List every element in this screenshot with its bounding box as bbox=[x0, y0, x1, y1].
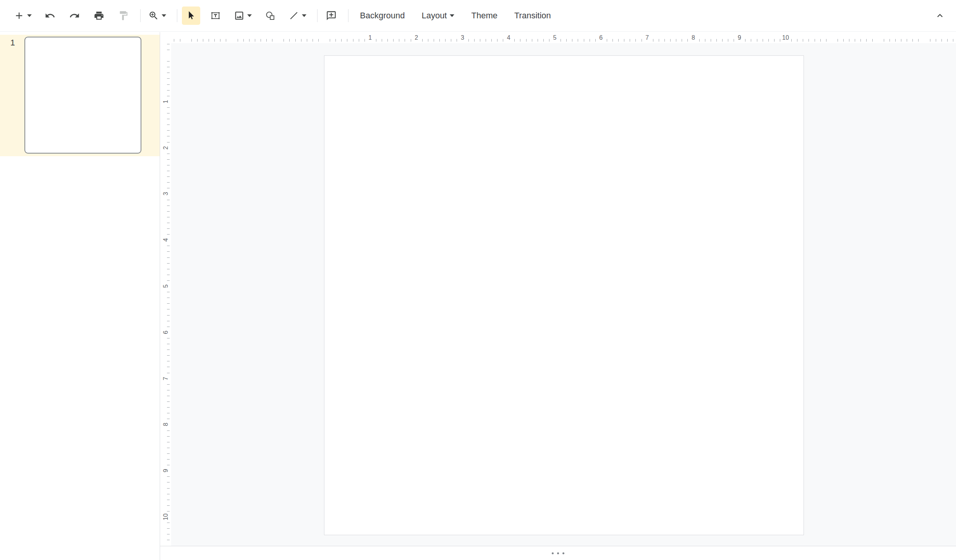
ruler-tick bbox=[607, 39, 607, 42]
ruler-tick bbox=[411, 39, 411, 42]
ruler-tick bbox=[167, 90, 170, 91]
add-comment-button[interactable] bbox=[322, 6, 340, 25]
ruler-tick bbox=[526, 39, 527, 42]
ruler-tick bbox=[167, 465, 170, 465]
ruler-tick bbox=[630, 39, 630, 42]
ruler-tick bbox=[167, 540, 170, 540]
ruler-tick bbox=[167, 292, 170, 292]
ruler-tick bbox=[572, 39, 572, 42]
ruler-number: 5 bbox=[162, 285, 169, 288]
paint-format-button[interactable] bbox=[114, 6, 133, 25]
ruler-tick bbox=[214, 39, 215, 42]
ruler-tick bbox=[635, 39, 636, 42]
ruler-tick bbox=[676, 39, 676, 42]
ruler-tick bbox=[768, 39, 769, 42]
slide-thumbnail[interactable] bbox=[24, 37, 141, 154]
print-button[interactable] bbox=[90, 6, 108, 25]
ruler-tick bbox=[664, 39, 665, 42]
ruler-tick bbox=[284, 39, 284, 42]
ruler-tick bbox=[167, 298, 170, 298]
notes-divider-bar bbox=[160, 546, 956, 560]
ruler-tick bbox=[167, 228, 170, 229]
ruler-number: 8 bbox=[162, 423, 169, 426]
ruler-tick bbox=[167, 494, 170, 494]
ruler-tick bbox=[774, 39, 775, 42]
ruler-tick bbox=[197, 39, 198, 42]
insert-line-button[interactable] bbox=[285, 6, 309, 25]
chevron-down-icon bbox=[450, 14, 454, 17]
insert-shape-button[interactable] bbox=[261, 6, 279, 25]
add-comment-icon bbox=[326, 10, 337, 21]
select-tool-button[interactable] bbox=[182, 6, 200, 25]
ruler-tick bbox=[757, 39, 757, 42]
redo-button[interactable] bbox=[65, 6, 84, 25]
ruler-tick bbox=[543, 39, 544, 42]
dot-icon bbox=[552, 552, 554, 554]
new-slide-button[interactable] bbox=[11, 6, 35, 25]
ruler-tick bbox=[439, 39, 440, 42]
ruler-tick bbox=[699, 39, 700, 42]
ruler-tick bbox=[167, 257, 170, 258]
ruler-tick bbox=[855, 39, 855, 42]
undo-button[interactable] bbox=[41, 6, 59, 25]
ruler-number: 10 bbox=[782, 34, 789, 41]
ruler-tick bbox=[815, 39, 815, 42]
ruler-number: 4 bbox=[162, 238, 169, 242]
ruler-tick bbox=[238, 39, 238, 42]
ruler-tick bbox=[763, 39, 763, 42]
theme-button[interactable]: Theme bbox=[464, 6, 504, 25]
transition-button[interactable]: Transition bbox=[507, 6, 558, 25]
ruler-tick bbox=[566, 39, 567, 42]
ruler-tick bbox=[167, 67, 170, 67]
ruler-tick bbox=[751, 39, 751, 42]
zoom-button[interactable] bbox=[145, 6, 169, 25]
ruler-tick bbox=[167, 73, 170, 73]
ruler-tick bbox=[261, 39, 261, 42]
text-box-button[interactable] bbox=[206, 6, 225, 25]
ruler-corner bbox=[160, 32, 171, 43]
print-icon bbox=[94, 10, 104, 21]
dot-icon bbox=[557, 552, 559, 554]
ruler-tick bbox=[595, 39, 596, 42]
ruler-tick bbox=[838, 39, 838, 42]
slide-canvas[interactable] bbox=[324, 55, 804, 535]
undo-icon bbox=[45, 10, 55, 21]
ruler-tick bbox=[167, 505, 170, 506]
ruler-tick bbox=[167, 390, 170, 390]
ruler-tick bbox=[890, 39, 890, 42]
ruler-tick bbox=[167, 384, 170, 385]
ruler-tick bbox=[687, 39, 688, 42]
ruler-tick bbox=[318, 39, 319, 42]
background-button[interactable]: Background bbox=[353, 6, 412, 25]
slide-number: 1 bbox=[10, 38, 15, 48]
chevron-down-icon bbox=[27, 14, 32, 17]
ruler-tick bbox=[167, 338, 170, 338]
ruler-tick bbox=[549, 39, 549, 42]
paint-format-icon bbox=[118, 10, 129, 21]
ruler-tick bbox=[578, 39, 578, 42]
ruler-tick bbox=[209, 39, 209, 42]
ruler-tick bbox=[590, 39, 590, 42]
ruler-tick bbox=[428, 39, 428, 42]
ruler-number: 3 bbox=[461, 34, 464, 41]
ruler-tick bbox=[167, 419, 170, 419]
ruler-tick bbox=[445, 39, 446, 42]
ruler-tick bbox=[884, 39, 884, 42]
ruler-tick bbox=[167, 125, 170, 125]
slide-thumbnail-row[interactable]: 1 bbox=[0, 35, 160, 156]
ruler-tick bbox=[167, 78, 170, 79]
ruler-tick bbox=[167, 523, 170, 523]
insert-image-button[interactable] bbox=[231, 6, 255, 25]
toolbar-separator bbox=[348, 9, 348, 22]
ruler-tick bbox=[167, 61, 170, 62]
ruler-tick bbox=[167, 528, 170, 529]
notes-resize-handle[interactable] bbox=[546, 550, 570, 557]
ruler-tick bbox=[167, 171, 170, 171]
collapse-toolbar-button[interactable] bbox=[931, 6, 949, 25]
ruler-tick bbox=[561, 39, 561, 42]
ruler-tick bbox=[243, 39, 244, 42]
image-icon bbox=[234, 10, 245, 21]
layout-button[interactable]: Layout bbox=[415, 6, 461, 25]
ruler-tick bbox=[387, 39, 388, 42]
ruler-tick bbox=[289, 39, 290, 42]
